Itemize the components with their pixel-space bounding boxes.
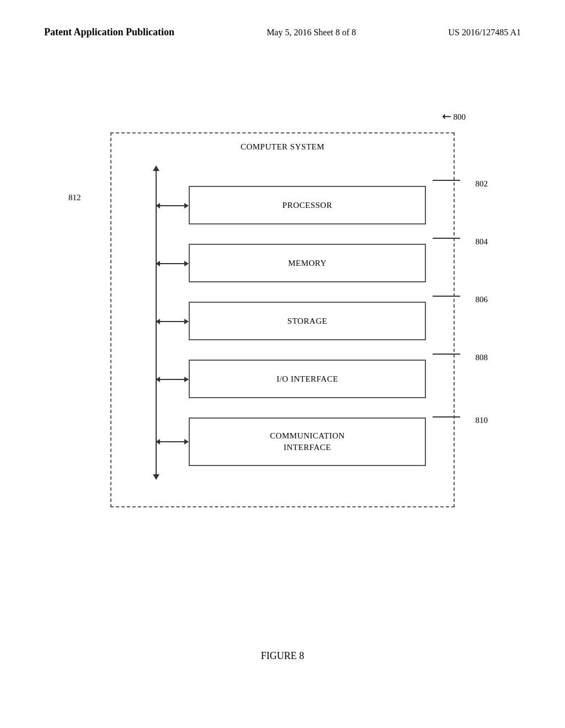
ref-808: 808 <box>476 353 488 362</box>
comm-label: COMMUNICATIONINTERFACE <box>270 430 345 453</box>
ref-802-line <box>433 180 460 181</box>
ref-802: 802 <box>476 179 488 189</box>
arrow-storage <box>156 321 188 322</box>
ref-806: 806 <box>476 295 488 304</box>
patent-number: US 2016/127485 A1 <box>448 28 521 38</box>
ref-810: 810 <box>476 416 488 425</box>
arrow-memory <box>156 263 188 264</box>
ref-800-label: 800 <box>454 113 466 122</box>
comm-box: COMMUNICATIONINTERFACE <box>189 417 426 466</box>
arrow-io <box>156 379 188 380</box>
storage-box: STORAGE <box>189 302 426 340</box>
bus-label: 812 <box>68 193 81 202</box>
memory-label: MEMORY <box>288 259 327 268</box>
computer-system-box: COMPUTER SYSTEM PROCESSOR MEMORY STORAGE… <box>110 132 455 507</box>
bus-arrow-bottom-icon <box>153 474 159 480</box>
arrow-processor <box>156 205 188 206</box>
ref-800: ↗ 800 <box>442 110 466 124</box>
diagram-area: ↗ 800 COMPUTER SYSTEM PROCESSOR MEMORY S… <box>44 88 521 574</box>
publication-label: Patent Application Publication <box>44 26 174 38</box>
bus-arrow-top-icon <box>153 165 159 171</box>
figure-label: FIGURE 8 <box>0 650 565 662</box>
page-header: Patent Application Publication May 5, 20… <box>0 26 565 38</box>
ref-804: 804 <box>476 237 488 247</box>
ref-806-line <box>433 296 460 297</box>
ref-800-arrow-icon: ↗ <box>439 109 455 125</box>
arrow-comm <box>156 441 188 442</box>
storage-label: STORAGE <box>287 317 327 326</box>
ref-810-line <box>433 416 460 417</box>
processor-label: PROCESSOR <box>282 201 332 210</box>
processor-box: PROCESSOR <box>189 186 426 224</box>
date-sheet-info: May 5, 2016 Sheet 8 of 8 <box>174 28 448 38</box>
ref-808-line <box>433 354 460 355</box>
memory-box: MEMORY <box>189 244 426 282</box>
io-box: I/O INTERFACE <box>189 360 426 398</box>
io-label: I/O INTERFACE <box>276 374 338 384</box>
computer-system-label: COMPUTER SYSTEM <box>236 142 329 152</box>
ref-804-line <box>433 238 460 239</box>
